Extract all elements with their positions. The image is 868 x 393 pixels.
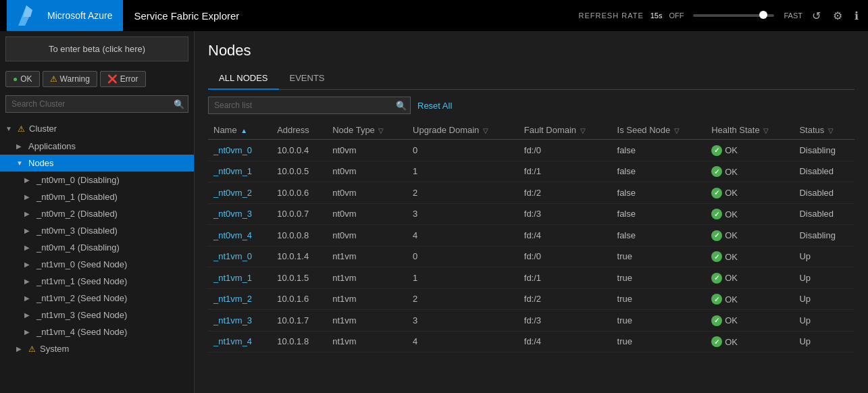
sidebar-item-nt1vm2[interactable]: ▶ _nt1vm_2 (Seed Node) [0,290,194,307]
table-row: _nt1vm_3 10.0.1.7 nt1vm 3 fd:/3 true OK … [208,310,854,332]
cell-status: Up [794,310,854,332]
cell-address: 10.0.0.8 [272,225,327,246]
info-icon[interactable]: ℹ [852,7,861,25]
search-cluster-input[interactable] [5,95,188,113]
sidebar-item-nodes[interactable]: ▼ Nodes [0,155,194,172]
filter-icon: ▽ [674,127,680,134]
table-row: _nt1vm_4 10.0.1.8 nt1vm 4 fd:/4 true OK … [208,331,854,352]
search-list-box: 🔍 [208,97,411,114]
topbar: Microsoft Azure Service Fabric Explorer … [0,0,868,31]
node-link[interactable]: _nt1vm_0 [213,251,252,261]
chevron-icon: ▶ [24,244,32,251]
search-cluster-icon[interactable]: 🔍 [174,99,184,109]
cell-node-type: nt0vm [327,161,407,182]
cell-node-type: nt0vm [327,182,407,204]
node-label: _nt0vm_1 (Disabled) [36,192,118,202]
cell-name: _nt1vm_3 [208,310,272,332]
sidebar-item-nt0vm1[interactable]: ▶ _nt0vm_1 (Disabled) [0,188,194,205]
reset-all-button[interactable]: Reset All [417,101,452,111]
cell-node-type: nt0vm [327,225,407,246]
settings-icon[interactable]: ⚙ [830,7,845,25]
sidebar-item-cluster[interactable]: ▼ ⚠ Cluster [0,120,194,138]
sidebar-item-nt1vm1[interactable]: ▶ _nt1vm_1 (Seed Node) [0,273,194,290]
col-status[interactable]: Status ▽ [794,121,854,140]
col-node-type[interactable]: Node Type ▽ [327,121,407,140]
col-name[interactable]: Name ▲ [208,121,272,140]
chevron-icon: ▶ [16,142,24,150]
col-upgrade-domain[interactable]: Upgrade Domain ▽ [407,121,519,140]
sidebar: To enter beta (click here) ● OK ⚠ Warnin… [0,31,195,393]
health-badge: OK [711,230,738,241]
error-status-button[interactable]: ❌ Error [100,71,146,87]
sidebar-item-nt0vm3[interactable]: ▶ _nt0vm_3 (Disabled) [0,222,194,239]
table-row: _nt0vm_0 10.0.0.4 nt0vm 0 fd:/0 false OK… [208,140,854,161]
cell-is-seed-node: false [612,140,707,161]
tab-events[interactable]: EVENTS [279,68,336,90]
cell-name: _nt0vm_2 [208,182,272,204]
warning-status-button[interactable]: ⚠ Warning [43,71,97,87]
refresh-slider[interactable] [693,14,774,17]
node-link[interactable]: _nt0vm_0 [213,145,252,155]
refresh-slider-thumb [759,11,767,19]
cell-fault-domain: fd:/1 [519,267,612,289]
node-link[interactable]: _nt0vm_4 [213,230,252,240]
cell-name: _nt1vm_0 [208,246,272,267]
sidebar-item-nt1vm0[interactable]: ▶ _nt1vm_0 (Seed Node) [0,256,194,273]
beta-button[interactable]: To enter beta (click here) [5,36,188,61]
node-label: _nt1vm_4 (Seed Node) [36,327,127,337]
cell-upgrade-domain: 4 [407,331,519,352]
col-health-state[interactable]: Health State ▽ [706,121,794,140]
col-address[interactable]: Address [272,121,327,140]
node-link[interactable]: _nt1vm_3 [213,315,252,325]
table-row: _nt0vm_4 10.0.0.8 nt0vm 4 fd:/4 false OK… [208,225,854,246]
node-link[interactable]: _nt0vm_3 [213,209,252,219]
table-row: _nt1vm_1 10.0.1.5 nt1vm 1 fd:/1 true OK … [208,267,854,289]
col-is-seed-node[interactable]: Is Seed Node ▽ [612,121,707,140]
cell-health-state: OK [706,246,794,267]
cell-fault-domain: fd:/2 [519,288,612,310]
node-label: _nt0vm_0 (Disabling) [36,175,120,185]
cell-health-state: OK [706,267,794,289]
chevron-icon: ▶ [16,345,24,352]
cell-fault-domain: fd:/4 [519,331,612,352]
cell-node-type: nt1vm [327,267,407,289]
chevron-icon: ▶ [24,311,32,319]
sidebar-item-nt1vm4[interactable]: ▶ _nt1vm_4 (Seed Node) [0,323,194,340]
node-link[interactable]: _nt1vm_1 [213,273,252,283]
sidebar-item-system[interactable]: ▶ ⚠ System [0,340,194,357]
chevron-icon: ▶ [24,176,32,184]
sidebar-item-nt1vm3[interactable]: ▶ _nt1vm_3 (Seed Node) [0,307,194,323]
ok-circle-icon [711,315,722,326]
tab-all-nodes[interactable]: ALL NODES [208,68,279,90]
chevron-icon: ▼ [16,159,24,167]
cell-status: Up [794,267,854,289]
sidebar-item-nt0vm0[interactable]: ▶ _nt0vm_0 (Disabling) [0,172,194,188]
cell-address: 10.0.0.5 [272,161,327,182]
sidebar-item-nt0vm4[interactable]: ▶ _nt0vm_4 (Disabling) [0,239,194,256]
node-link[interactable]: _nt1vm_2 [213,294,252,304]
node-link[interactable]: _nt0vm_2 [213,188,252,198]
search-list-input[interactable] [208,97,411,114]
cell-fault-domain: fd:/1 [519,161,612,182]
page-title: Nodes [208,42,854,59]
ok-circle-icon [711,251,722,262]
node-link[interactable]: _nt0vm_1 [213,166,252,176]
cell-name: _nt1vm_4 [208,331,272,352]
app-title: Service Fabric Explorer [134,10,239,22]
node-label: _nt1vm_2 (Seed Node) [36,293,127,303]
node-link[interactable]: _nt1vm_4 [213,336,252,346]
warning-label: Warning [60,74,90,84]
refresh-icon[interactable]: ↺ [809,7,823,25]
health-badge: OK [711,188,738,199]
brand-section: Microsoft Azure [7,0,123,31]
refresh-label: REFRESH RATE [579,11,644,20]
cell-fault-domain: fd:/3 [519,203,612,225]
sidebar-item-applications[interactable]: ▶ Applications [0,138,194,155]
cell-status: Up [794,288,854,310]
ok-status-button[interactable]: ● OK [5,71,40,87]
cell-node-type: nt0vm [327,140,407,161]
cell-status: Disabling [794,140,854,161]
col-fault-domain[interactable]: Fault Domain ▽ [519,121,612,140]
sidebar-item-nt0vm2[interactable]: ▶ _nt0vm_2 (Disabled) [0,205,194,222]
cell-name: _nt0vm_1 [208,161,272,182]
